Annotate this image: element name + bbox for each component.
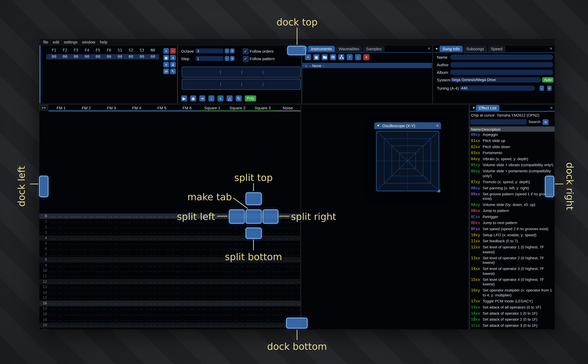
resize-grip[interactable] (437, 189, 440, 192)
orders-move-up-button[interactable]: ∧ (170, 55, 176, 61)
octave-increase-button[interactable]: + (230, 48, 234, 53)
metronome-button[interactable]: △ (227, 95, 233, 102)
follow-orders-checkbox[interactable] (243, 48, 249, 54)
pattern-cell[interactable]: ... .. .. .... (149, 241, 174, 245)
instrument-move-up-button[interactable]: ↑ (347, 54, 353, 60)
orders-cell[interactable]: 00 (103, 55, 114, 59)
pattern-cell[interactable]: ... .. .. .... (149, 231, 174, 234)
pattern-cell[interactable]: ... .. .. .... (48, 225, 74, 229)
close-effect-list-icon[interactable]: × (550, 106, 553, 110)
pattern-cell[interactable]: ... .. .. .... (149, 307, 174, 311)
orders-cell[interactable]: 00 (136, 55, 147, 59)
pattern-cell[interactable]: ... .. .. .... (48, 280, 74, 283)
name-input[interactable] (450, 55, 553, 60)
pattern-cell[interactable]: ... .. .. .... (250, 280, 275, 283)
split-target-right[interactable] (263, 209, 278, 224)
split-target-left[interactable] (229, 209, 245, 224)
pattern-cell[interactable]: ... .. .. .... (74, 301, 99, 305)
pattern-cell[interactable]: ... .. .. .... (74, 231, 99, 234)
close-song-info-icon[interactable]: × (550, 46, 552, 51)
pattern-cell[interactable]: ... .. .. .... (48, 231, 74, 234)
orders-duplicate-to-end-button[interactable]: ⇊ (170, 62, 176, 67)
pattern-cell[interactable]: ... .. .. .... (174, 301, 200, 305)
pattern-cell[interactable]: ... .. .. .... (48, 247, 74, 251)
tuning-increase-button[interactable]: + (547, 85, 552, 91)
pattern-cell[interactable]: ... .. .. .... (149, 247, 174, 251)
pattern-cell[interactable]: ... .. .. .... (275, 274, 300, 278)
pattern-cell[interactable]: ... .. .. .... (149, 291, 174, 294)
pattern-cell[interactable]: ... .. .. .... (99, 296, 124, 300)
pattern-cell[interactable]: ... .. .. .... (124, 258, 149, 261)
instrument-save-button[interactable] (330, 54, 336, 60)
pattern-cell[interactable]: ... .. .. .... (149, 280, 174, 283)
tab-instruments[interactable]: Instruments (308, 46, 335, 52)
pattern-cell[interactable]: ... .. .. .... (124, 280, 149, 283)
orders-cell[interactable]: 00 (114, 55, 126, 59)
pattern-cell[interactable]: ... .. .. .... (250, 269, 275, 273)
pattern-cell[interactable]: ... .. .. .... (250, 323, 275, 327)
pattern-cell[interactable]: ... .. .. .... (149, 263, 174, 267)
pattern-cell[interactable]: ... .. .. .... (124, 236, 149, 240)
pattern-cell[interactable]: ... .. .. .... (275, 312, 300, 316)
pattern-cell[interactable]: ... .. .. .... (225, 263, 250, 267)
pattern-cell[interactable]: ... .. .. .... (124, 214, 149, 218)
pattern-cell[interactable]: ... .. .. .... (74, 214, 99, 218)
pattern-cell[interactable]: ... .. .. .... (99, 329, 124, 329)
system-input[interactable]: Sega Genesis/Mega Drive (450, 77, 541, 83)
step-input[interactable]: 1 (195, 56, 224, 61)
pattern-cell[interactable]: ... .. .. .... (149, 220, 174, 223)
pattern-cell[interactable]: ... .. .. .... (149, 214, 174, 218)
pattern-cell[interactable]: ... .. .. .... (275, 241, 300, 245)
pattern-cell[interactable]: ... .. .. .... (74, 263, 99, 267)
pattern-cell[interactable]: ... .. .. .... (74, 285, 99, 289)
pattern-cell[interactable]: ... .. .. .... (200, 231, 225, 234)
pattern-cell[interactable]: ... .. .. .... (99, 274, 124, 278)
pattern-cell[interactable]: ... .. .. .... (74, 296, 99, 300)
dock-target-left[interactable] (39, 176, 48, 197)
pattern-row[interactable]: 10... .. .. ....... .. .. ....... .. .. … (40, 268, 301, 273)
pattern-cell[interactable]: ... .. .. .... (149, 296, 174, 300)
pattern-cell[interactable]: ... .. .. .... (174, 318, 200, 322)
pattern-cell[interactable]: ... .. .. .... (99, 231, 124, 234)
menu-item-settings[interactable]: settings (61, 40, 80, 44)
orders-order-edit-mode-button[interactable]: ↖ (170, 69, 176, 74)
pattern-cell[interactable]: ... .. .. .... (74, 236, 99, 240)
pattern-cell[interactable]: ... .. .. .... (200, 318, 225, 322)
pattern-cell[interactable]: ... .. .. .... (74, 225, 99, 229)
play-from-cursor-button[interactable]: ↠ (199, 95, 205, 102)
pattern-cell[interactable]: ... .. .. .... (74, 291, 99, 294)
pattern-cell[interactable]: ... .. .. .... (74, 307, 99, 311)
pattern-cell[interactable]: ... .. .. .... (48, 236, 74, 240)
pattern-cell[interactable]: ... .. .. .... (275, 231, 300, 234)
pattern-cell[interactable]: ... .. .. .... (74, 312, 99, 316)
pattern-cell[interactable]: ... .. .. .... (99, 236, 124, 240)
tab-wavetables[interactable]: Wavetables (336, 46, 363, 52)
pattern-cell[interactable]: ... .. .. .... (124, 220, 149, 223)
play-button[interactable]: ▶ (181, 95, 187, 102)
pattern-cell[interactable]: ... .. .. .... (275, 269, 300, 273)
pattern-cell[interactable]: ... .. .. .... (74, 329, 99, 329)
pattern-cell[interactable]: ... .. .. .... (275, 225, 300, 229)
pattern-cell[interactable]: ... .. .. .... (48, 263, 74, 267)
instrument-list-item[interactable]: ○ - None - (302, 63, 432, 68)
pattern-cell[interactable]: ... .. .. .... (200, 307, 225, 311)
repeat-pattern-button[interactable]: ↻ (236, 95, 242, 102)
pattern-cell[interactable]: ... .. .. .... (200, 301, 225, 305)
pattern-cell[interactable]: ... .. .. .... (124, 285, 149, 289)
pattern-row[interactable]: 13... .. .. ....... .. .. ....... .. .. … (40, 284, 301, 290)
pattern-cell[interactable]: ... .. .. .... (200, 258, 225, 261)
pattern-cell[interactable]: ... .. .. .... (99, 285, 124, 289)
orders-add-button[interactable]: + (163, 48, 169, 54)
instrument-delete-button[interactable]: × (363, 54, 370, 60)
pattern-cell[interactable]: ... .. .. .... (200, 329, 225, 329)
dock-target-bottom[interactable] (286, 318, 308, 329)
pattern-cell[interactable]: ... .. .. .... (124, 291, 149, 294)
pattern-cell[interactable]: ... .. .. .... (225, 285, 250, 289)
orders-row[interactable]: 00000000000000000000 (48, 55, 158, 59)
instrument-move-down-button[interactable]: ↓ (355, 54, 361, 60)
pattern-row[interactable]: 16... .. .. ....... .. .. ....... .. .. … (40, 301, 301, 306)
pattern-cell[interactable]: ... .. .. .... (48, 318, 74, 322)
split-target-top[interactable] (245, 192, 262, 205)
pattern-cell[interactable]: ... .. .. .... (99, 225, 124, 229)
pattern-cell[interactable]: ... .. .. .... (275, 291, 300, 294)
